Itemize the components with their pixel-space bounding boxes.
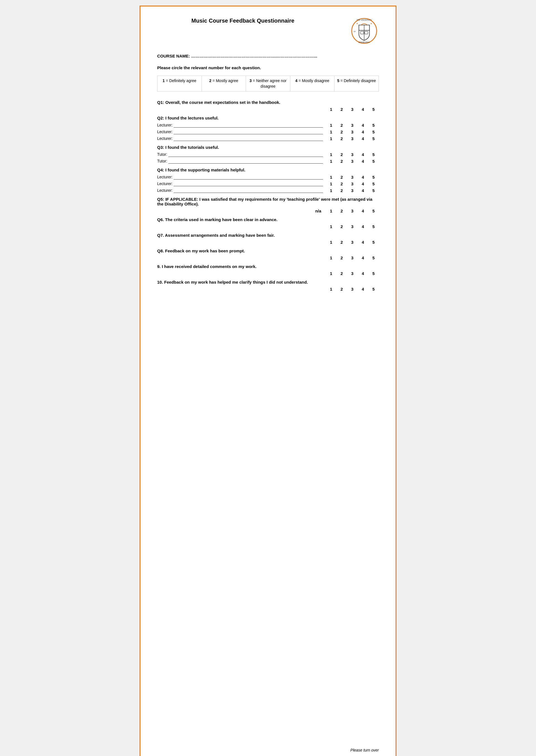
- question-5-ratings: n/a 1 2 3 4 5: [313, 209, 379, 213]
- rating-4[interactable]: 4: [358, 107, 368, 112]
- instruction-text: Please circle the relevant number for ea…: [157, 65, 379, 70]
- question-1-label: Q1: Overall, the course met expectations…: [157, 100, 379, 105]
- tutor-field-2[interactable]: [168, 159, 323, 164]
- question-7-block: Q7. Assessment arrangements and marking …: [157, 233, 379, 245]
- please-turn-over-text: Please turn over: [351, 748, 379, 752]
- question-8-block: Q8. Feedback on my work has been prompt.…: [157, 248, 379, 260]
- question-3-block: Q3: I found the tutorials useful. Tutor:…: [157, 145, 379, 164]
- lecturer-label-3: Lecturer:: [157, 136, 173, 141]
- question-1-ratings: 1 2 3 4 5: [323, 107, 379, 112]
- q4-row1-ratings: 1 2 3 4 5: [323, 175, 379, 180]
- question-2-row-1: Lecturer: 1 2 3 4 5: [157, 122, 379, 128]
- scale-cell-2: 2 = Mostly agree: [202, 76, 246, 91]
- question-8-ratings: 1 2 3 4 5: [323, 255, 379, 260]
- question-4-block: Q4: I found the supporting materials hel…: [157, 168, 379, 193]
- svg-text:★: ★: [370, 22, 372, 25]
- svg-text:OF: OF: [353, 31, 356, 32]
- course-name-line: COURSE NAME: …………………………………………………….…………………: [157, 53, 379, 58]
- question-5-block: Q5: IF APPLICABLE: I was satisfied that …: [157, 197, 379, 213]
- question-2-block: Q2: I found the lectures useful. Lecture…: [157, 115, 379, 141]
- question-4-row-2: Lecturer: 1 2 3 4 5: [157, 181, 379, 186]
- tutor-label-2: Tutor:: [157, 159, 167, 163]
- question-7-rating-row: 1 2 3 4 5: [157, 240, 379, 245]
- question-1-rating-row: 1 2 3 4 5: [157, 107, 379, 112]
- svg-text:★: ★: [356, 22, 358, 25]
- question-8-rating-row: 1 2 3 4 5: [157, 255, 379, 260]
- question-10-ratings: 1 2 3 4 5: [323, 287, 379, 291]
- scale-cell-5: 5 = Definitely disagree: [334, 76, 379, 91]
- q4-row3-ratings: 1 2 3 4 5: [323, 188, 379, 193]
- question-6-ratings: 1 2 3 4 5: [323, 224, 379, 229]
- scale-cell-3: 3 = Neither agree nor disagree: [246, 76, 290, 91]
- tutor-field-1[interactable]: [168, 152, 323, 157]
- q3-row2-ratings: 1 2 3 4 5: [323, 159, 379, 164]
- scale-cell-4: 4 = Mostly disagree: [290, 76, 335, 91]
- q4-lecturer-field-1[interactable]: [174, 175, 323, 180]
- lecturer-field-2[interactable]: [174, 129, 323, 134]
- svg-text:EDINBURGH: EDINBURGH: [359, 41, 370, 43]
- question-7-label: Q7. Assessment arrangements and marking …: [157, 233, 379, 238]
- question-10-rating-row: 1 2 3 4 5: [157, 287, 379, 291]
- question-2-row-2: Lecturer: 1 2 3 4 5: [157, 129, 379, 134]
- question-9-ratings: 1 2 3 4 5: [323, 271, 379, 276]
- q3-row1-ratings: 1 2 3 4 5: [323, 152, 379, 157]
- na-option[interactable]: n/a: [313, 209, 323, 213]
- q2-row2-ratings: 1 2 3 4 5: [323, 130, 379, 134]
- rating-2[interactable]: 2: [336, 107, 347, 112]
- page-title: Music Course Feedback Questionnaire: [157, 17, 329, 24]
- scale-table: 1 = Definitely agree 2 = Mostly agree 3 …: [157, 76, 379, 91]
- q4-lecturer-field-2[interactable]: [174, 181, 323, 186]
- rating-3[interactable]: 3: [347, 107, 358, 112]
- question-9-block: 9. I have received detailed comments on …: [157, 264, 379, 276]
- scale-cell-1: 1 = Definitely agree: [157, 76, 202, 91]
- question-5-label: Q5: IF APPLICABLE: I was satisfied that …: [157, 197, 379, 206]
- question-6-rating-row: 1 2 3 4 5: [157, 224, 379, 229]
- question-1-block: Q1: Overall, the course met expectations…: [157, 100, 379, 112]
- question-10-label: 10. Feedback on my work has helped me cl…: [157, 280, 379, 284]
- header-title-area: Music Course Feedback Questionnaire: [157, 17, 351, 25]
- lecturer-label-1: Lecturer:: [157, 123, 173, 127]
- q2-row3-ratings: 1 2 3 4 5: [323, 136, 379, 141]
- course-dots: …………………………………………………….………………………...: [191, 53, 318, 58]
- q4-lecturer-label-1: Lecturer:: [157, 175, 173, 179]
- question-4-label: Q4: I found the supporting materials hel…: [157, 168, 379, 172]
- q4-lecturer-label-3: Lecturer:: [157, 188, 173, 193]
- q4-lecturer-field-3[interactable]: [174, 188, 323, 193]
- lecturer-label-2: Lecturer:: [157, 130, 173, 134]
- question-5-rating-row: n/a 1 2 3 4 5: [157, 209, 379, 213]
- question-2-label: Q2: I found the lectures useful.: [157, 115, 379, 120]
- question-4-row-1: Lecturer: 1 2 3 4 5: [157, 175, 379, 180]
- question-8-label: Q8. Feedback on my work has been prompt.: [157, 248, 379, 253]
- header: Music Course Feedback Questionnaire THE …: [157, 17, 379, 45]
- question-4-row-3: Lecturer: 1 2 3 4 5: [157, 188, 379, 193]
- rating-1[interactable]: 1: [326, 107, 336, 112]
- q2-row1-ratings: 1 2 3 4 5: [323, 123, 379, 128]
- question-3-row-1: Tutor: 1 2 3 4 5: [157, 152, 379, 157]
- tutor-label-1: Tutor:: [157, 152, 167, 157]
- question-10-block: 10. Feedback on my work has helped me cl…: [157, 280, 379, 291]
- question-3-row-2: Tutor: 1 2 3 4 5: [157, 159, 379, 164]
- university-logo-icon: THE UNIVERSITY EDINBURGH OF ★ ★: [351, 17, 378, 44]
- question-9-rating-row: 1 2 3 4 5: [157, 271, 379, 276]
- svg-text:THE UNIVERSITY: THE UNIVERSITY: [356, 19, 372, 21]
- question-2-row-3: Lecturer: 1 2 3 4 5: [157, 136, 379, 141]
- question-9-label: 9. I have received detailed comments on …: [157, 264, 379, 269]
- page-wrapper: Music Course Feedback Questionnaire THE …: [140, 6, 396, 756]
- q4-row2-ratings: 1 2 3 4 5: [323, 181, 379, 186]
- rating-5[interactable]: 5: [368, 107, 379, 112]
- lecturer-field-1[interactable]: [174, 122, 323, 128]
- logo-area: THE UNIVERSITY EDINBURGH OF ★ ★: [351, 17, 379, 45]
- question-6-label: Q6. The criteria used in marking have be…: [157, 217, 379, 222]
- lecturer-field-3[interactable]: [174, 136, 323, 141]
- course-label: COURSE NAME:: [157, 53, 190, 58]
- question-6-block: Q6. The criteria used in marking have be…: [157, 217, 379, 229]
- question-3-label: Q3: I found the tutorials useful.: [157, 145, 379, 149]
- question-7-ratings: 1 2 3 4 5: [323, 240, 379, 245]
- q4-lecturer-label-2: Lecturer:: [157, 181, 173, 186]
